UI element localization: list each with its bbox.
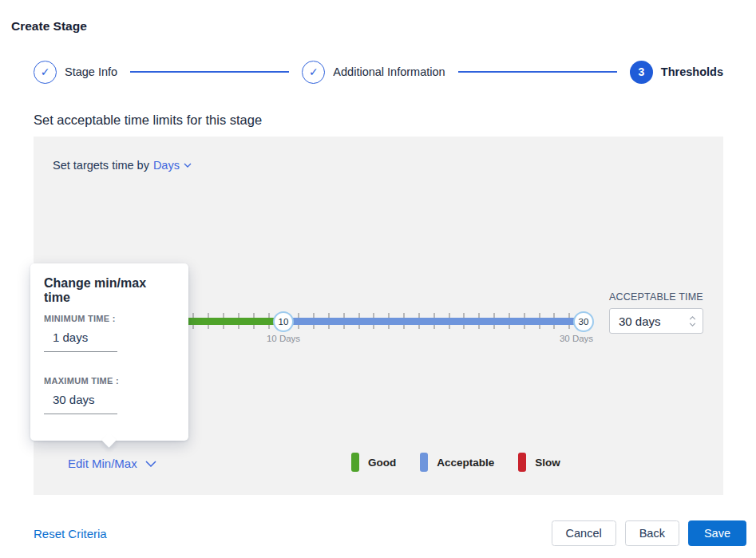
slider-legend: Good Acceptable Slow	[351, 453, 584, 472]
legend-item-slow: Slow	[518, 453, 560, 472]
legend-label: Good	[368, 457, 396, 469]
check-circle-icon: ✓	[34, 61, 57, 84]
stepper-step-stage-info[interactable]: ✓ Stage Info	[34, 61, 117, 84]
legend-label: Acceptable	[437, 457, 494, 469]
create-stage-screen: Create Stage ✓ Stage Info ✓ Additional I…	[0, 0, 756, 558]
change-minmax-popover: Change min/max time MINIMUM TIME : 1 day…	[30, 263, 188, 441]
edit-minmax-link[interactable]: Edit Min/Max	[68, 457, 156, 470]
set-targets-row: Set targets time by Days	[53, 159, 192, 172]
spinner-down-icon[interactable]	[689, 323, 696, 326]
step-number: 3	[638, 65, 644, 78]
slider-min-handle-value: 10	[279, 317, 289, 326]
spinner-up-icon[interactable]	[689, 316, 696, 320]
footer-actions: Cancel Back Save	[552, 520, 746, 546]
minimum-time-label: MINIMUM TIME :	[44, 314, 175, 323]
popover-title: Change min/max time	[44, 276, 175, 305]
stepper-connector-line	[130, 71, 289, 73]
stepper-step-thresholds[interactable]: 3 Thresholds	[630, 61, 723, 84]
minimum-time-input[interactable]: 1 days	[44, 330, 117, 352]
slider-max-handle[interactable]: 30	[573, 311, 594, 332]
time-unit-value: Days	[153, 159, 180, 172]
acceptable-swatch	[420, 453, 428, 472]
check-icon: ✓	[41, 65, 50, 78]
set-targets-label: Set targets time by	[53, 159, 149, 172]
stepper: ✓ Stage Info ✓ Additional Information 3 …	[34, 59, 723, 85]
slow-swatch	[518, 453, 526, 472]
legend-item-acceptable: Acceptable	[420, 453, 494, 472]
save-button[interactable]: Save	[688, 520, 746, 546]
check-circle-icon: ✓	[302, 61, 325, 84]
check-icon: ✓	[309, 65, 319, 78]
cancel-button[interactable]: Cancel	[552, 520, 616, 546]
chevron-down-icon	[184, 163, 192, 168]
acceptable-time-value: 30 days	[619, 315, 689, 328]
section-heading: Set acceptable time limits for this stag…	[34, 113, 262, 128]
chevron-down-icon	[145, 461, 156, 467]
reset-criteria-link[interactable]: Reset Criteria	[34, 527, 107, 540]
back-button[interactable]: Back	[625, 520, 679, 546]
stepper-step-label: Additional Information	[333, 65, 445, 78]
stepper-connector-line	[458, 71, 617, 73]
acceptable-time-input[interactable]: 30 days	[609, 308, 703, 334]
slider-max-day-label: 30 Days	[552, 334, 600, 343]
slider-min-day-label: 10 Days	[259, 334, 307, 343]
acceptable-time-group: ACCEPTABLE TIME 30 days	[609, 291, 708, 334]
stepper-step-label: Stage Info	[65, 65, 117, 78]
good-swatch	[351, 453, 359, 472]
slider-max-handle-value: 30	[579, 317, 589, 326]
edit-minmax-label: Edit Min/Max	[68, 457, 137, 470]
maximum-time-input[interactable]: 30 days	[44, 393, 117, 414]
stepper-step-additional-information[interactable]: ✓ Additional Information	[302, 61, 445, 84]
stepper-arrows	[689, 316, 696, 326]
slider-min-handle[interactable]: 10	[273, 311, 294, 332]
acceptable-time-label: ACCEPTABLE TIME	[609, 291, 708, 303]
page-title: Create Stage	[11, 19, 87, 34]
step-number-badge: 3	[630, 61, 653, 84]
time-range-slider[interactable]: 10 30	[148, 311, 584, 331]
time-unit-dropdown[interactable]: Days	[153, 159, 192, 172]
maximum-time-label: MAXIMUM TIME :	[44, 376, 175, 386]
stepper-step-label: Thresholds	[661, 65, 723, 78]
legend-item-good: Good	[351, 453, 396, 472]
legend-label: Slow	[535, 457, 560, 469]
